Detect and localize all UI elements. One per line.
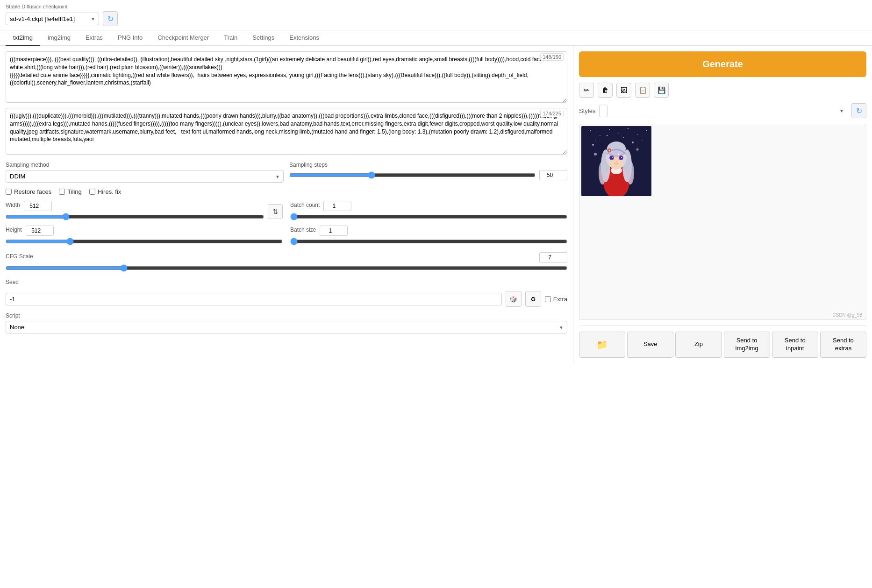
top-bar: Stable Diffusion checkpoint sd-v1-4.ckpt… xyxy=(0,0,872,30)
extra-checkbox-input[interactable] xyxy=(545,296,551,302)
batch-size-header: Batch size xyxy=(290,226,567,236)
svg-point-25 xyxy=(627,161,634,184)
tab-extensions[interactable]: Extensions xyxy=(282,30,327,46)
sampling-steps-row xyxy=(289,170,567,180)
image-button[interactable]: 🖼 xyxy=(616,83,631,98)
hires-fix-checkbox[interactable]: Hires. fix xyxy=(89,188,122,195)
sampling-steps-number[interactable] xyxy=(539,170,567,180)
checkpoint-label: Stable Diffusion checkpoint xyxy=(6,4,866,9)
script-label: Script xyxy=(6,312,567,319)
send-to-img2img-label: Send toimg2img xyxy=(736,337,758,352)
extra-checkbox-label[interactable]: Extra xyxy=(545,296,567,303)
width-header: Width xyxy=(6,201,264,211)
svg-point-37 xyxy=(611,151,612,152)
send-to-extras-label: Send toextras xyxy=(833,337,854,352)
checkpoint-select-wrapper: sd-v1-4.ckpt [fe4efff1e1] xyxy=(6,13,99,25)
tab-train[interactable]: Train xyxy=(216,30,245,46)
batch-count-slider[interactable] xyxy=(290,213,567,220)
batch-size-slider[interactable] xyxy=(290,238,567,245)
svg-point-40 xyxy=(636,149,639,151)
svg-point-1 xyxy=(590,130,591,131)
seed-row: 🎲 ♻ Extra xyxy=(6,291,567,307)
height-number-input[interactable] xyxy=(26,226,54,236)
dimensions-batch-row: Width ⇅ Height xyxy=(6,201,567,247)
generate-button[interactable]: Generate xyxy=(579,51,866,77)
negative-token-count: 174/225 xyxy=(540,110,564,117)
send-to-inpaint-label: Send toinpaint xyxy=(785,337,806,352)
svg-point-32 xyxy=(621,157,622,158)
tab-txt2img[interactable]: txt2img xyxy=(6,30,40,46)
tab-img2img[interactable]: img2img xyxy=(40,30,78,46)
restore-faces-checkbox[interactable]: Restore faces xyxy=(6,188,51,195)
sampling-method-label: Sampling method xyxy=(6,162,284,168)
width-number-input[interactable] xyxy=(24,201,52,211)
tiling-input[interactable] xyxy=(59,189,65,195)
batch-size-group: Batch size xyxy=(290,226,567,247)
save-button[interactable]: 💾 xyxy=(654,83,669,98)
svg-point-5 xyxy=(628,128,629,129)
send-to-img2img-button[interactable]: Send toimg2img xyxy=(724,332,770,358)
tab-settings[interactable]: Settings xyxy=(245,30,282,46)
restore-faces-input[interactable] xyxy=(6,189,12,195)
send-to-inpaint-button[interactable]: Send toinpaint xyxy=(772,332,818,358)
height-label: Height xyxy=(6,227,22,233)
sampling-steps-slider[interactable] xyxy=(289,171,536,179)
styles-select[interactable] xyxy=(599,105,608,117)
negative-prompt-input[interactable] xyxy=(6,108,567,155)
zip-button[interactable]: Zip xyxy=(675,332,722,358)
negative-prompt-area: 174/225 xyxy=(6,108,567,156)
hires-fix-input[interactable] xyxy=(89,189,95,195)
cfg-slider[interactable] xyxy=(6,264,567,272)
send-to-extras-button[interactable]: Send toextras xyxy=(820,332,866,358)
cfg-number-input[interactable] xyxy=(539,252,567,262)
sampling-steps-group: Sampling steps xyxy=(289,162,567,180)
width-row: Width ⇅ xyxy=(6,201,283,222)
script-select[interactable]: None xyxy=(6,321,567,333)
svg-point-24 xyxy=(599,161,606,184)
swap-dimensions-button[interactable]: ⇅ xyxy=(268,204,283,219)
hires-fix-label: Hires. fix xyxy=(98,188,122,195)
svg-point-3 xyxy=(609,129,610,130)
tiling-checkbox[interactable]: Tiling xyxy=(59,188,82,195)
styles-refresh-button[interactable]: ↻ xyxy=(851,103,866,118)
left-panel: 148/150 174/225 Sampling method DDIM Sam… xyxy=(0,46,573,363)
clipboard-button[interactable]: 📋 xyxy=(635,83,650,98)
image-icon: 🖼 xyxy=(621,86,627,94)
recycle-icon: ♻ xyxy=(530,296,536,303)
svg-point-8 xyxy=(595,140,596,141)
positive-prompt-input[interactable] xyxy=(6,51,567,103)
pencil-button[interactable]: ✏ xyxy=(579,83,594,98)
trash-button[interactable]: 🗑 xyxy=(598,83,613,98)
folder-button[interactable]: 📁 xyxy=(579,332,625,358)
batch-size-number[interactable] xyxy=(320,226,348,236)
styles-label: Styles xyxy=(579,107,595,114)
image-display: CSDN @g_98 xyxy=(579,124,866,320)
seed-refresh-button[interactable]: ♻ xyxy=(525,291,541,307)
height-slider[interactable] xyxy=(6,238,283,245)
checkpoint-refresh-button[interactable]: ↻ xyxy=(103,11,118,26)
tab-png-info[interactable]: PNG Info xyxy=(110,30,150,46)
sampling-method-select[interactable]: DDIM xyxy=(6,170,284,183)
positive-prompt-area: 148/150 xyxy=(6,51,567,104)
svg-point-36 xyxy=(618,154,620,155)
width-slider[interactable] xyxy=(6,213,264,220)
dimensions-group: Width ⇅ Height xyxy=(6,201,283,247)
tab-checkpoint-merger[interactable]: Checkpoint Merger xyxy=(150,30,216,46)
width-controls: Width xyxy=(6,201,264,222)
extra-label: Extra xyxy=(553,296,567,303)
tab-extras[interactable]: Extras xyxy=(78,30,110,46)
checkpoint-select[interactable]: sd-v1-4.ckpt [fe4efff1e1] xyxy=(6,13,99,25)
batch-count-number[interactable] xyxy=(323,201,351,211)
cfg-group: CFG Scale xyxy=(6,252,567,273)
batch-count-group: Batch count xyxy=(290,201,567,222)
svg-point-26 xyxy=(607,142,626,156)
seed-input[interactable] xyxy=(6,293,502,305)
svg-point-31 xyxy=(612,157,613,158)
right-panel: Generate ✏ 🗑 🖼 📋 💾 Styles xyxy=(573,46,872,363)
svg-point-12 xyxy=(607,135,608,136)
toolbar-row: ✏ 🗑 🖼 📋 💾 xyxy=(579,83,866,98)
svg-point-13 xyxy=(632,142,634,143)
sampling-row: Sampling method DDIM Sampling steps xyxy=(6,162,567,183)
save-image-button[interactable]: Save xyxy=(627,332,673,358)
seed-recycle-button[interactable]: 🎲 xyxy=(506,291,522,307)
